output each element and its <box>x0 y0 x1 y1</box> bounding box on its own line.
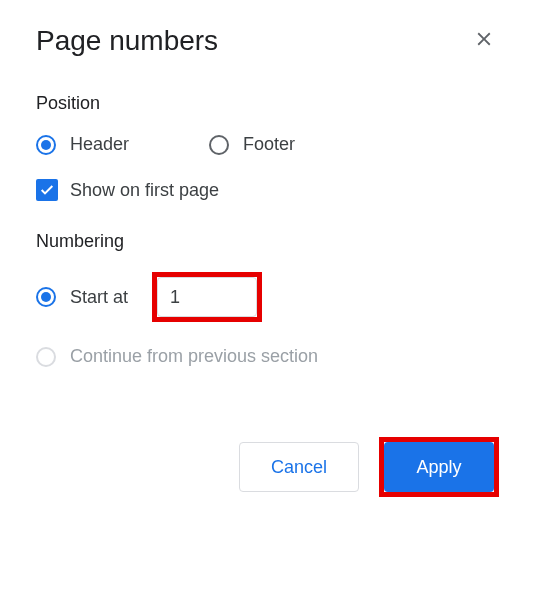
radio-icon <box>209 135 229 155</box>
checkbox-icon <box>36 179 58 201</box>
radio-footer[interactable]: Footer <box>209 134 295 155</box>
radio-header[interactable]: Header <box>36 134 129 155</box>
radio-footer-label: Footer <box>243 134 295 155</box>
position-section-label: Position <box>36 93 499 114</box>
checkbox-show-first-label: Show on first page <box>70 180 219 201</box>
radio-start-at-label: Start at <box>70 287 128 308</box>
close-icon <box>473 28 495 53</box>
radio-header-label: Header <box>70 134 129 155</box>
radio-icon <box>36 287 56 307</box>
dialog-header: Page numbers <box>36 24 499 57</box>
page-numbers-dialog: Page numbers Position Header Footer Show… <box>0 0 535 521</box>
start-at-input[interactable] <box>157 277 257 317</box>
cancel-button[interactable]: Cancel <box>239 442 359 492</box>
apply-highlight: Apply <box>379 437 499 497</box>
position-radio-group: Header Footer <box>36 134 499 155</box>
apply-button[interactable]: Apply <box>384 442 494 492</box>
numbering-section-label: Numbering <box>36 231 499 252</box>
close-button[interactable] <box>469 24 499 57</box>
radio-icon <box>36 135 56 155</box>
dialog-buttons: Cancel Apply <box>36 437 499 497</box>
radio-icon <box>36 347 56 367</box>
radio-start-at[interactable]: Start at <box>36 287 128 308</box>
radio-continue-label: Continue from previous section <box>70 346 318 367</box>
checkbox-show-first-page[interactable]: Show on first page <box>36 179 499 201</box>
numbering-start-row: Start at <box>36 272 499 322</box>
radio-continue: Continue from previous section <box>36 346 499 367</box>
start-at-highlight <box>152 272 262 322</box>
dialog-title: Page numbers <box>36 25 218 57</box>
